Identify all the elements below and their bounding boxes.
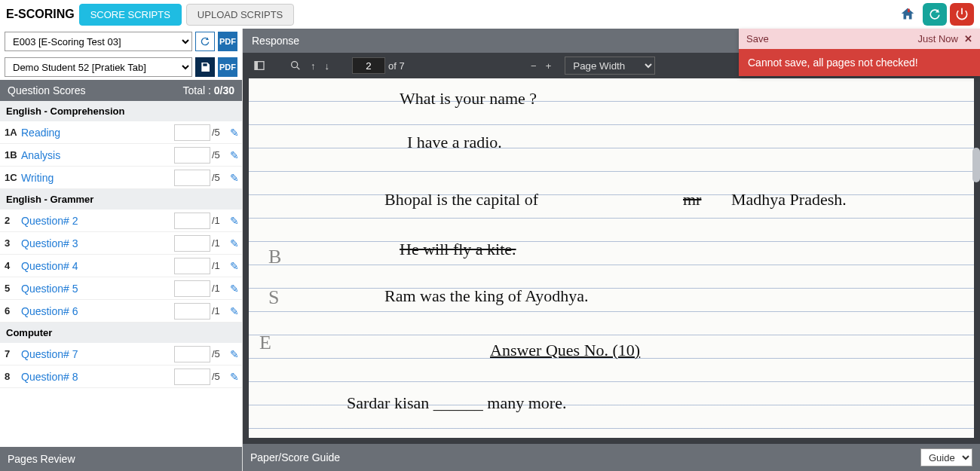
question-link[interactable]: Question# 2 xyxy=(21,215,174,227)
question-row: 2Question# 2/1✎ xyxy=(0,210,242,232)
edit-icon[interactable]: ✎ xyxy=(227,371,242,383)
zoom-in-icon[interactable]: + xyxy=(546,60,552,72)
score-input[interactable] xyxy=(174,124,210,141)
edit-icon[interactable]: ✎ xyxy=(227,127,242,139)
edit-icon[interactable]: ✎ xyxy=(227,215,242,227)
question-row: 1CWriting/5✎ xyxy=(0,167,242,189)
sidebar-toggle-icon[interactable] xyxy=(253,60,265,72)
edit-icon[interactable]: ✎ xyxy=(227,348,242,360)
svg-rect-0 xyxy=(908,9,910,13)
max-score: /5 xyxy=(210,127,227,138)
pdf-download-icon[interactable]: PDF xyxy=(218,32,237,51)
question-number: 5 xyxy=(5,283,21,294)
handwritten-line: I have a radio. xyxy=(407,133,502,152)
close-icon[interactable]: ✕ xyxy=(964,33,972,44)
student-select[interactable]: Demo Student 52 [Pratiek Tab] xyxy=(5,57,192,77)
sync-icon[interactable] xyxy=(923,3,947,26)
question-link[interactable]: Question# 7 xyxy=(21,348,174,360)
refresh-icon[interactable] xyxy=(195,32,215,51)
question-link[interactable]: Question# 5 xyxy=(21,283,174,295)
save-icon[interactable] xyxy=(195,57,215,77)
section-header: English - Comprehension xyxy=(0,101,242,121)
handwritten-line: Bhopal is the capital of xyxy=(384,190,538,210)
handwritten-line: Madhya Pradesh. xyxy=(731,190,847,210)
edit-icon[interactable]: ✎ xyxy=(227,260,242,272)
zoom-select[interactable]: Page Width xyxy=(565,57,655,75)
edit-icon[interactable]: ✎ xyxy=(227,172,242,184)
max-score: /1 xyxy=(210,283,227,294)
score-input[interactable] xyxy=(174,147,210,164)
question-row: 6Question# 6/1✎ xyxy=(0,300,242,323)
scrollbar-thumb[interactable] xyxy=(972,148,980,182)
question-row: 1AReading/5✎ xyxy=(0,121,242,144)
edit-icon[interactable]: ✎ xyxy=(227,237,242,249)
question-link[interactable]: Question# 3 xyxy=(21,237,174,249)
question-number: 1A xyxy=(5,127,21,138)
score-input[interactable] xyxy=(174,235,210,252)
max-score: /1 xyxy=(210,215,227,226)
exam-select[interactable]: E003 [E-Scoring Test 03] xyxy=(5,32,192,51)
score-input[interactable] xyxy=(174,346,210,362)
page-up-icon[interactable]: ↑ xyxy=(311,60,316,72)
question-row: 5Question# 5/1✎ xyxy=(0,277,242,300)
score-input[interactable] xyxy=(174,280,210,297)
question-number: 1B xyxy=(5,149,21,161)
edit-icon[interactable]: ✎ xyxy=(227,305,242,317)
viewer: Response ↑ ↓ of 7 − + Page Width » Wha xyxy=(243,29,980,471)
brand: E-SCORING xyxy=(6,8,75,21)
page-number-input[interactable] xyxy=(352,57,385,74)
question-row: 4Question# 4/1✎ xyxy=(0,255,242,277)
question-row: 8Question# 8/5✎ xyxy=(0,365,242,388)
margin-letter: B xyxy=(268,246,281,268)
page-total: of 7 xyxy=(388,60,405,72)
tab-score-scripts[interactable]: SCORE SCRIPTS xyxy=(79,4,182,26)
handwritten-line: Sardar kisan ______ many more. xyxy=(347,393,566,413)
question-link[interactable]: Question# 4 xyxy=(21,260,174,272)
question-link[interactable]: Analysis xyxy=(21,149,174,161)
power-icon[interactable] xyxy=(950,3,974,26)
pdf-page-area[interactable]: What is your name ?I have a radio.Bhopal… xyxy=(243,78,980,444)
sidebar: E003 [E-Scoring Test 03] PDF Demo Studen… xyxy=(0,29,243,471)
score-input[interactable] xyxy=(174,170,210,186)
question-number: 8 xyxy=(5,371,21,382)
question-number: 2 xyxy=(5,215,21,226)
home-icon[interactable] xyxy=(896,3,920,26)
edit-icon[interactable]: ✎ xyxy=(227,283,242,295)
score-input[interactable] xyxy=(174,258,210,274)
question-link[interactable]: Question# 6 xyxy=(21,305,174,317)
search-icon[interactable] xyxy=(289,60,302,72)
max-score: /1 xyxy=(210,237,227,249)
page-down-icon[interactable]: ↓ xyxy=(325,60,330,72)
toast-time: Just Now xyxy=(918,33,958,44)
question-link[interactable]: Question# 8 xyxy=(21,371,174,383)
script-page: What is your name ?I have a radio.Bhopal… xyxy=(249,78,974,438)
margin-letter: E xyxy=(259,332,271,354)
edit-icon[interactable]: ✎ xyxy=(227,149,242,161)
zoom-out-icon[interactable]: − xyxy=(531,60,537,72)
question-scores-title: Question Scores xyxy=(8,84,86,96)
handwritten-line: mr xyxy=(683,190,701,210)
max-score: /5 xyxy=(210,149,227,161)
question-number: 7 xyxy=(5,348,21,359)
svg-rect-2 xyxy=(255,62,258,70)
pdf-student-icon[interactable]: PDF xyxy=(218,57,237,77)
section-header: English - Grammer xyxy=(0,189,242,210)
question-number: 3 xyxy=(5,237,21,249)
question-link[interactable]: Writing xyxy=(21,172,174,184)
margin-letter: S xyxy=(268,286,279,309)
question-link[interactable]: Reading xyxy=(21,127,174,139)
score-input[interactable] xyxy=(174,369,210,385)
max-score: /5 xyxy=(210,348,227,359)
question-row: 1BAnalysis/5✎ xyxy=(0,144,242,167)
question-number: 6 xyxy=(5,305,21,317)
question-scores-header: Question Scores Total : 0/30 xyxy=(0,80,242,101)
score-input[interactable] xyxy=(174,213,210,229)
handwritten-line: Answer Ques No. (10) xyxy=(490,341,640,360)
guide-bar: Paper/Score Guide Guide xyxy=(243,444,980,471)
pages-review-header[interactable]: Pages Review xyxy=(0,447,242,471)
score-input[interactable] xyxy=(174,303,210,320)
question-row: 7Question# 7/5✎ xyxy=(0,343,242,365)
tab-upload-scripts[interactable]: UPLOAD SCRIPTS xyxy=(186,4,294,26)
guide-select[interactable]: Guide xyxy=(920,448,972,466)
svg-point-3 xyxy=(292,62,298,68)
